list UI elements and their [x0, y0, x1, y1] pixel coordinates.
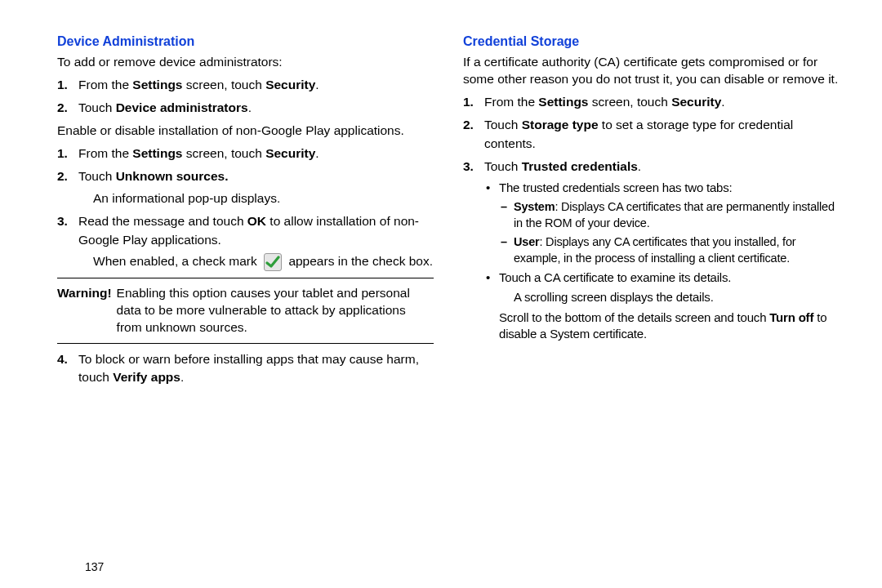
steps-list-r: 1.From the Settings screen, touch Securi… [463, 93, 840, 342]
step-item: 4.To block or warn before installing app… [57, 350, 434, 387]
heading-device-admin: Device Administration [57, 34, 434, 49]
dash-list: System: Displays CA certificates that ar… [499, 199, 840, 266]
step-item: 2.Touch Device administrators. [57, 99, 434, 117]
dash-item: System: Displays CA certificates that ar… [499, 199, 840, 231]
intro-text-2: Enable or disable installation of non-Go… [57, 122, 434, 140]
scroll-text: Scroll to the bottom of the details scre… [499, 310, 840, 343]
step-item: 1.From the Settings screen, touch Securi… [57, 145, 434, 163]
steps-list-c: 4.To block or warn before installing app… [57, 350, 434, 387]
bullet-item: Touch a CA certificate to examine its de… [484, 270, 840, 342]
bullet-item: The trusted credentials screen has two t… [484, 180, 840, 267]
steps-list-a: 1.From the Settings screen, touch Securi… [57, 76, 434, 118]
warning-block: Warning! Enabling this option causes you… [57, 285, 434, 336]
divider [57, 278, 434, 278]
warning-text: Enabling this option causes your tablet … [117, 285, 434, 336]
sub-text: A scrolling screen displays the details. [499, 289, 840, 305]
page-number: 137 [85, 560, 104, 573]
step-item: 3.Read the message and touch OK to allow… [57, 212, 434, 271]
left-column: Device Administration To add or remove d… [57, 34, 434, 588]
right-column: Credential Storage If a certificate auth… [463, 34, 840, 588]
manual-page: Device Administration To add or remove d… [0, 0, 882, 588]
checkmark-line: When enabled, a check mark appears in th… [78, 252, 434, 271]
bullet-list: The trusted credentials screen has two t… [484, 180, 840, 343]
intro-text: If a certificate authority (CA) certific… [463, 54, 840, 88]
dash-item: User: Displays any CA certificates that … [499, 234, 840, 266]
checkmark-icon [264, 253, 282, 271]
divider [57, 343, 434, 344]
step-item: 1.From the Settings screen, touch Securi… [57, 76, 434, 94]
heading-credential-storage: Credential Storage [463, 34, 840, 49]
step-item: 1.From the Settings screen, touch Securi… [463, 93, 840, 111]
step-item: 2.Touch Storage type to set a storage ty… [463, 116, 840, 153]
warning-label: Warning! [57, 285, 112, 336]
steps-list-b: 1.From the Settings screen, touch Securi… [57, 145, 434, 271]
intro-text: To add or remove device administrators: [57, 54, 434, 71]
step-item: 3.Touch Trusted credentials. The trusted… [463, 158, 840, 342]
step-item: 2.Touch Unknown sources.An informational… [57, 167, 434, 207]
